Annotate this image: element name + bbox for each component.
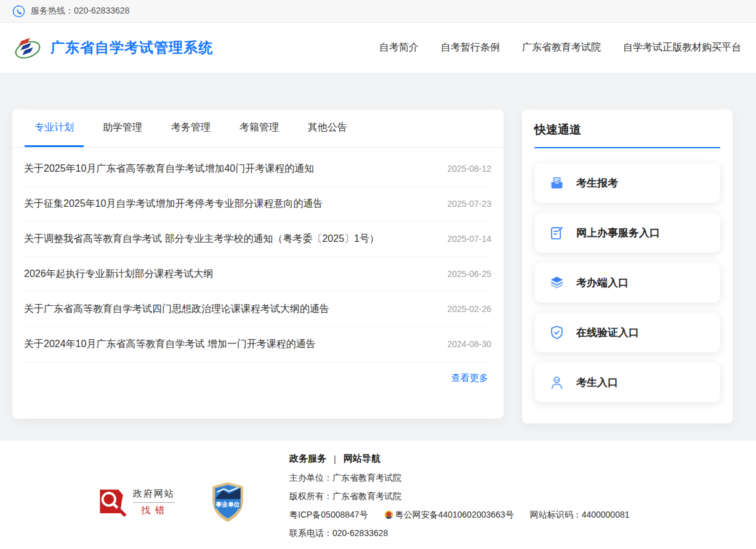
notice-date: 2025-07-23 — [447, 199, 491, 209]
nav-item-textbook-platform[interactable]: 自学考试正版教材购买平台 — [623, 41, 741, 54]
quick-link-label: 考生报考 — [576, 176, 618, 190]
icp-number-link[interactable]: 粤ICP备05008847号 — [289, 508, 368, 521]
quick-link-label: 在线验证入口 — [576, 326, 639, 340]
nav-item-regulations[interactable]: 自考暂行条例 — [441, 41, 500, 54]
notice-row[interactable]: 关于调整我省高等教育自学考试 部分专业主考学校的通知（粤考委〔2025〕1号） … — [24, 222, 491, 257]
footer-icp-line: 粤ICP备05008847号 粤公网安备44010602003663号 网站标识… — [289, 508, 630, 521]
gov-services-link[interactable]: 政务服务 — [289, 453, 326, 465]
main-area: 专业计划 助学管理 考务管理 考籍管理 其他公告 关于2025年10月广东省高等… — [0, 73, 756, 441]
tab-study-aid[interactable]: 助学管理 — [93, 110, 152, 147]
phone-icon — [12, 5, 25, 18]
find-error-magnifier-icon — [99, 487, 128, 517]
notice-title[interactable]: 关于2025年10月广东省高等教育自学考试增加40门开考课程的通知 — [24, 162, 314, 175]
notice-title[interactable]: 关于2024年10月广东省高等教育自学考试 增加一门开考课程的通告 — [24, 338, 316, 351]
security-record-link[interactable]: 粤公网安备44010602003663号 — [384, 508, 514, 521]
shield-check-icon — [549, 324, 565, 341]
quick-channel-card: 快速通道 考生报考 — [522, 110, 733, 423]
quick-link-label: 考办端入口 — [576, 276, 629, 290]
site-title: 广东省自学考试管理系统 — [50, 38, 213, 57]
footer-organizer: 主办单位：广东省教育考试院 — [289, 471, 630, 484]
tab-exam-affairs[interactable]: 考务管理 — [161, 110, 220, 147]
notice-title[interactable]: 关于调整我省高等教育自学考试 部分专业主考学校的通知（粤考委〔2025〕1号） — [24, 233, 379, 246]
site-logo-icon — [14, 34, 42, 62]
site-brand[interactable]: 广东省自学考试管理系统 — [14, 34, 213, 62]
notice-row[interactable]: 关于2024年10月广东省高等教育自学考试 增加一门开考课程的通告 2024-0… — [24, 327, 491, 362]
quick-link-online-verification[interactable]: 在线验证入口 — [534, 312, 720, 353]
inbox-icon — [549, 175, 565, 191]
site-identifier-code: 网站标识码：4400000081 — [530, 508, 630, 521]
notice-date: 2025-08-12 — [447, 164, 491, 174]
quick-link-candidate-registration[interactable]: 考生报考 — [534, 162, 720, 203]
notice-list: 关于2025年10月广东省高等教育自学考试增加40门开考课程的通知 2025-0… — [12, 148, 504, 362]
nav-item-exam-authority[interactable]: 广东省教育考试院 — [522, 41, 601, 54]
hotline-text: 服务热线：020-62833628 — [31, 6, 129, 17]
public-institution-badge[interactable]: 事业单位 — [211, 481, 245, 523]
notice-title[interactable]: 关于广东省高等教育自学考试四门思想政治理论课课程考试大纲的通告 — [24, 303, 329, 316]
tab-exam-records[interactable]: 考籍管理 — [230, 110, 289, 147]
quick-link-exam-office-portal[interactable]: 考办端入口 — [534, 262, 720, 303]
footer-phone: 联系电话：020-62833628 — [289, 527, 630, 540]
notice-date: 2025-07-14 — [447, 234, 491, 244]
quick-link-online-services[interactable]: 网上办事服务入口 — [534, 212, 720, 253]
notice-row[interactable]: 关于征集2025年10月自学考试增加开考停考专业部分课程意向的通告 2025-0… — [24, 186, 491, 222]
nav-item-intro[interactable]: 自考简介 — [379, 41, 419, 54]
quick-link-label: 考生入口 — [576, 375, 618, 390]
gov-site-find-error-badge[interactable]: 政府网站 找错 — [99, 487, 175, 517]
quick-link-label: 网上办事服务入口 — [576, 226, 660, 240]
layers-icon — [549, 274, 565, 291]
tab-major-plan[interactable]: 专业计划 — [25, 110, 84, 147]
tab-other-notices[interactable]: 其他公告 — [298, 110, 357, 147]
notice-date: 2025-02-26 — [447, 304, 491, 314]
notice-row[interactable]: 关于广东省高等教育自学考试四门思想政治理论课课程考试大纲的通告 2025-02-… — [24, 292, 491, 327]
footer-copyright: 版权所有：广东省教育考试院 — [289, 490, 630, 503]
doc-edit-icon — [549, 225, 565, 241]
site-navigation-link[interactable]: 网站导航 — [344, 453, 380, 465]
notice-title[interactable]: 2026年起执行专业新计划部分课程考试大纲 — [24, 268, 214, 281]
find-error-text: 政府网站 找错 — [133, 488, 175, 516]
security-record-text: 粤公网安备44010602003663号 — [395, 508, 514, 521]
footer-links-divider: | — [334, 454, 336, 464]
notice-row[interactable]: 2026年起执行专业新计划部分课程考试大纲 2025-06-25 — [24, 257, 491, 292]
footer-badges: 政府网站 找错 事业单位 — [99, 481, 245, 523]
notice-row[interactable]: 关于2025年10月广东省高等教育自学考试增加40门开考课程的通知 2025-0… — [24, 151, 491, 186]
quick-link-candidate-portal[interactable]: 考生入口 — [534, 362, 720, 403]
footer: 政府网站 找错 事业单位 政务服务 | 网站导航 — [0, 441, 756, 549]
notice-tabs: 专业计划 助学管理 考务管理 考籍管理 其他公告 — [12, 110, 504, 148]
header-nav: 自考简介 自考暂行条例 广东省教育考试院 自学考试正版教材购买平台 — [379, 41, 741, 54]
footer-links: 政务服务 | 网站导航 — [289, 453, 630, 465]
institution-badge-label: 事业单位 — [215, 501, 239, 508]
notice-title[interactable]: 关于征集2025年10月自学考试增加开考停考专业部分课程意向的通告 — [24, 198, 323, 210]
police-badge-icon — [384, 510, 393, 519]
notice-date: 2024-08-30 — [447, 339, 491, 349]
notices-card: 专业计划 助学管理 考务管理 考籍管理 其他公告 关于2025年10月广东省高等… — [12, 110, 504, 419]
notice-date: 2025-06-25 — [447, 269, 491, 279]
user-icon — [549, 374, 565, 391]
topbar: 服务热线：020-62833628 — [0, 0, 756, 23]
view-more-link[interactable]: 查看更多 — [451, 372, 488, 384]
header: 广东省自学考试管理系统 自考简介 自考暂行条例 广东省教育考试院 自学考试正版教… — [0, 23, 756, 73]
quick-channel-title: 快速通道 — [534, 110, 720, 148]
footer-info: 政务服务 | 网站导航 主办单位：广东省教育考试院 版权所有：广东省教育考试院 … — [289, 453, 630, 545]
